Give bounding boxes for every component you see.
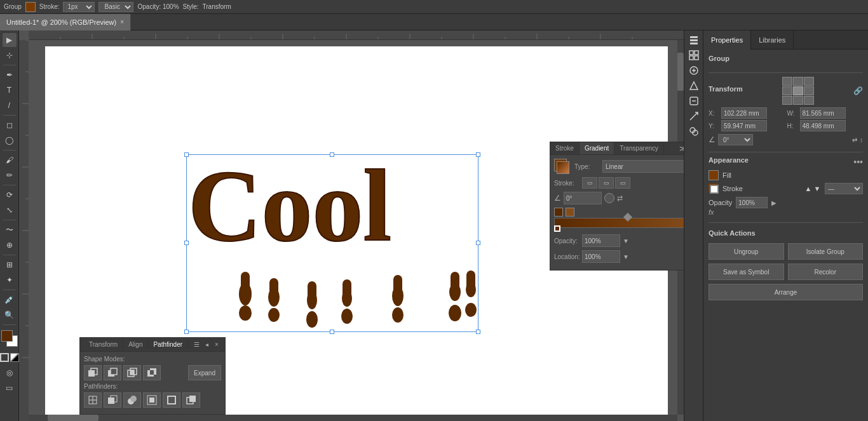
stroke-weight-select[interactable]: 1px2px — [63, 2, 95, 12]
stroke-down-arrow[interactable]: ▼ — [813, 184, 821, 194]
gradient-slider[interactable] — [554, 218, 684, 228]
opacity-input-app[interactable] — [736, 197, 768, 208]
gradient-color[interactable] — [10, 353, 19, 362]
h-input[interactable] — [800, 120, 846, 131]
pen-tool[interactable]: ✒ — [3, 68, 17, 82]
flip-v-icon[interactable]: ↕ — [860, 137, 863, 144]
pathfinder-tab[interactable]: Pathfinder — [148, 340, 188, 349]
align-grid-mc[interactable] — [793, 86, 803, 95]
foreground-color[interactable] — [1, 330, 13, 342]
vertical-scrollbar-thumb[interactable] — [677, 53, 684, 91]
align-tab[interactable]: Align — [123, 340, 148, 349]
type-tool[interactable]: T — [3, 83, 17, 97]
gradient-color-swatch[interactable] — [554, 159, 572, 174]
stroke-up-arrow[interactable]: ▲ — [804, 184, 812, 194]
opacity-dropdown-arrow[interactable]: ▼ — [623, 237, 629, 244]
arrange-button[interactable]: Arrange — [709, 284, 863, 300]
gradient-tab[interactable]: Gradient — [580, 142, 614, 154]
pencil-tool[interactable]: ✏ — [3, 168, 17, 182]
minus-front-btn[interactable] — [104, 365, 121, 380]
aspect-ratio-lock[interactable] — [604, 193, 614, 203]
intersect-btn[interactable] — [123, 365, 141, 380]
horizontal-scrollbar[interactable] — [29, 415, 677, 421]
outline-btn[interactable] — [163, 392, 180, 408]
gradient-stop-left[interactable] — [554, 225, 560, 232]
none-color[interactable] — [0, 353, 9, 362]
y-input[interactable] — [721, 120, 767, 131]
rotate-tool[interactable]: ⟳ — [3, 188, 17, 202]
align-grid-tl[interactable] — [782, 77, 792, 86]
tab-close-icon[interactable]: × — [120, 18, 124, 25]
screen-mode[interactable]: ▭ — [3, 381, 17, 395]
minus-back-btn[interactable] — [182, 392, 200, 408]
cc-libraries-icon[interactable] — [687, 63, 701, 77]
reverse-gradient[interactable]: ⇄ — [617, 194, 623, 203]
stroke-type-select[interactable]: —- - — [825, 183, 863, 194]
pf-menu-icon[interactable]: ☰ — [192, 340, 201, 349]
rect-tool[interactable]: ◻ — [3, 118, 17, 132]
transparency-tab[interactable]: Transparency — [614, 142, 664, 154]
align-grid-bl[interactable] — [782, 96, 792, 105]
align-grid-bc[interactable] — [793, 96, 803, 105]
horizontal-scrollbar-thumb[interactable] — [48, 415, 98, 421]
artboards-icon[interactable] — [687, 48, 701, 62]
blend-mode-select[interactable]: Basic — [98, 2, 133, 12]
stroke-icon-box[interactable] — [709, 184, 719, 194]
pathfinder-panel-icon[interactable] — [687, 124, 701, 138]
draw-modes[interactable]: ◎ — [3, 366, 17, 380]
ungroup-button[interactable]: Ungroup — [709, 243, 784, 260]
trim-btn[interactable] — [104, 392, 121, 408]
zoom-tool[interactable]: 🔍 — [3, 308, 17, 322]
appearance-more-icon[interactable]: ••• — [853, 157, 863, 167]
tab-properties[interactable]: Properties — [703, 30, 751, 50]
unite-btn[interactable] — [84, 365, 102, 380]
transform-tab[interactable]: Transform — [84, 340, 123, 349]
angle-select[interactable]: 0° — [718, 134, 753, 145]
gp-expand-icon[interactable]: ≫ — [679, 144, 684, 153]
gradient-angle-input[interactable] — [564, 192, 602, 204]
document-tab[interactable]: Untitled-1* @ 200% (RGB/Preview) × — [0, 14, 131, 30]
location-input[interactable] — [582, 250, 620, 263]
line-tool[interactable]: / — [3, 98, 17, 112]
pf-collapse-icon[interactable]: ◂ — [202, 340, 211, 349]
align-grid-tr[interactable] — [804, 77, 814, 86]
link-constraint-icon[interactable]: 🔗 — [853, 86, 863, 95]
gradient-stop-color-right[interactable] — [566, 208, 574, 217]
symbol-sprayer-tool[interactable]: ✦ — [3, 273, 17, 287]
opacity-input[interactable] — [582, 234, 620, 247]
width-tool[interactable]: ⊕ — [3, 238, 17, 252]
links-icon[interactable] — [687, 94, 701, 108]
warp-tool[interactable]: 〜 — [3, 223, 17, 237]
x-input[interactable] — [721, 107, 767, 119]
paintbrush-tool[interactable]: 🖌 — [3, 153, 17, 167]
align-grid-mr[interactable] — [804, 86, 814, 95]
stroke-icon-2[interactable]: ▭ — [599, 177, 614, 189]
align-grid-br[interactable] — [804, 96, 814, 105]
ellipse-tool[interactable]: ◯ — [3, 133, 17, 147]
fill-color-swatch[interactable] — [25, 2, 36, 12]
transform-panel-icon[interactable] — [687, 109, 701, 123]
divide-btn[interactable] — [84, 392, 102, 408]
fx-icon[interactable]: fx — [709, 208, 714, 216]
gradient-stop-color-left[interactable] — [554, 208, 563, 217]
assets-icon[interactable] — [687, 79, 701, 93]
crop-btn[interactable] — [143, 392, 161, 408]
scale-tool[interactable]: ⤡ — [3, 203, 17, 217]
opacity-dropdown[interactable]: ▶ — [771, 199, 776, 206]
eyedropper-tool[interactable]: 💉 — [3, 293, 17, 307]
merge-btn[interactable] — [123, 392, 141, 408]
stroke-icon-1[interactable]: ▭ — [582, 177, 597, 189]
location-dropdown-arrow[interactable]: ▼ — [623, 253, 629, 260]
flip-h-icon[interactable]: ⇄ — [852, 137, 857, 144]
align-grid-tc[interactable] — [793, 77, 803, 86]
layers-icon[interactable] — [687, 33, 701, 47]
exclude-btn[interactable] — [143, 365, 161, 380]
align-grid-ml[interactable] — [782, 86, 792, 95]
fill-color-box[interactable] — [709, 170, 719, 180]
direct-select-tool[interactable]: ⊹ — [3, 48, 17, 62]
stroke-icon-3[interactable]: ▭ — [615, 177, 630, 189]
pf-close-icon[interactable]: × — [212, 340, 221, 349]
w-input[interactable] — [800, 107, 846, 119]
stroke-tab[interactable]: Stroke — [550, 142, 580, 154]
isolate-group-button[interactable]: Isolate Group — [788, 243, 864, 260]
